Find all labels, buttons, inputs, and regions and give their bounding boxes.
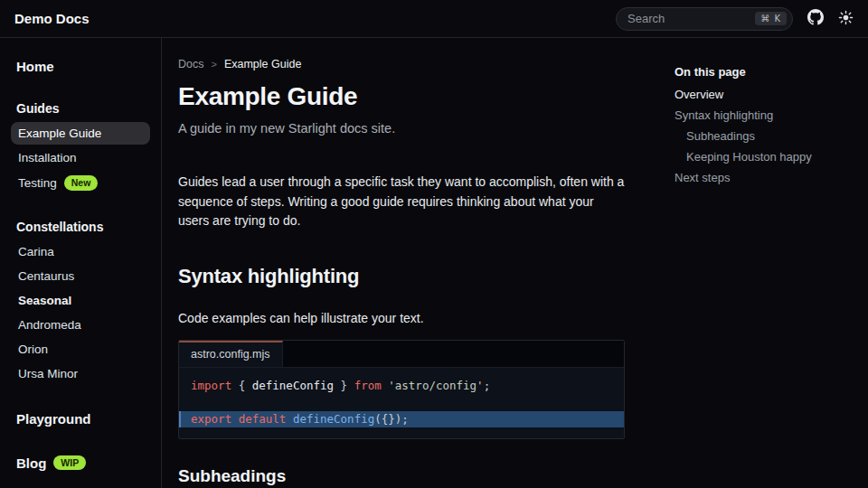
sidebar-item-centaurus[interactable]: Centaurus — [11, 265, 150, 287]
github-link[interactable] — [807, 9, 824, 28]
sidebar-group-constellations-items: Carina Centaurus Seasonal Andromeda Orio… — [11, 240, 150, 385]
toc-item-next-steps[interactable]: Next steps — [675, 171, 854, 184]
new-badge: New — [64, 175, 99, 191]
code-token: { — [231, 379, 252, 392]
sun-icon — [838, 10, 854, 28]
sidebar-item-label: Seasonal — [18, 294, 71, 307]
site-title[interactable]: Demo Docs — [14, 11, 90, 26]
github-icon — [807, 9, 824, 28]
sidebar-item-label: Andromeda — [18, 318, 81, 332]
header-actions: Search ⌘ K — [616, 7, 854, 31]
code-token: defineConfig — [252, 379, 334, 392]
breadcrumb: Docs > Example Guide — [178, 58, 625, 70]
chevron-right-icon: > — [211, 59, 216, 70]
sidebar-item-ursa-minor[interactable]: Ursa Minor — [11, 362, 150, 385]
sidebar-item-label: Centaurus — [18, 269, 74, 283]
code-body: import { defineConfig } from 'astro/conf… — [179, 368, 624, 439]
sidebar-item-playground[interactable]: Playground — [11, 408, 150, 429]
code-token: from — [354, 379, 382, 392]
sidebar-item-home[interactable]: Home — [11, 56, 150, 77]
toc-item-overview[interactable]: Overview — [675, 88, 854, 101]
toc-item-syntax-highlighting[interactable]: Syntax highlighting — [675, 108, 854, 122]
sidebar: Home Guides Example Guide Installation T… — [0, 38, 162, 488]
code-token — [231, 412, 239, 426]
sidebar-subgroup-seasonal: Seasonal — [11, 289, 150, 312]
code-token — [286, 412, 293, 426]
code-token: import — [191, 379, 231, 392]
toc-item-keeping-houston-happy[interactable]: Keeping Houston happy — [675, 150, 854, 164]
sidebar-group-constellations: Constellations — [11, 217, 150, 237]
page-lede: A guide in my new Starlight docs site. — [178, 121, 625, 136]
section-intro-paragraph: Code examples can help illustrate your t… — [178, 311, 625, 325]
sidebar-item-label: Testing — [18, 176, 57, 190]
sidebar-item-testing[interactable]: Testing New — [11, 171, 150, 195]
sidebar-item-installation[interactable]: Installation — [11, 146, 150, 169]
wip-badge: WIP — [53, 455, 86, 471]
code-line-empty — [179, 394, 624, 411]
sidebar-group-guides-items: Example Guide Installation Testing New — [11, 122, 150, 195]
sidebar-item-label: Orion — [18, 343, 48, 356]
sidebar-item-label: Example Guide — [18, 127, 101, 140]
code-tabbar: astro.config.mjs — [179, 341, 624, 368]
intro-paragraph: Guides lead a user through a specific ta… — [178, 173, 625, 231]
code-line-highlighted: export default defineConfig({}); — [179, 411, 624, 428]
code-token: ({}); — [374, 412, 409, 426]
sidebar-item-label: Blog — [16, 455, 46, 471]
site-header: Demo Docs Search ⌘ K — [0, 0, 868, 38]
breadcrumb-docs[interactable]: Docs — [178, 58, 203, 70]
search-placeholder: Search — [627, 12, 665, 25]
code-block: astro.config.mjs import { defineConfig }… — [178, 340, 625, 440]
sidebar-item-label: Carina — [18, 245, 54, 258]
toc-list: Overview Syntax highlighting Subheadings… — [675, 88, 854, 184]
page-title: Example Guide — [178, 82, 625, 111]
code-token: defineConfig — [293, 412, 374, 426]
code-token: ; — [484, 379, 491, 392]
sidebar-item-label: Ursa Minor — [18, 367, 78, 380]
search-input[interactable]: Search ⌘ K — [616, 7, 793, 31]
sidebar-item-label: Playground — [16, 411, 91, 427]
sidebar-item-blog[interactable]: Blog WIP — [11, 453, 150, 474]
heading-syntax-highlighting: Syntax highlighting — [178, 265, 625, 288]
code-token: 'astro/config' — [388, 379, 483, 392]
toc-title: On this page — [675, 65, 854, 79]
table-of-contents: On this page Overview Syntax highlightin… — [653, 38, 868, 488]
main-content: Docs > Example Guide Example Guide A gui… — [162, 38, 653, 488]
sidebar-group-guides: Guides — [11, 99, 150, 118]
search-shortcut-kbd: ⌘ K — [755, 12, 787, 25]
breadcrumb-current: Example Guide — [224, 58, 301, 70]
sidebar-item-label: Home — [16, 59, 54, 74]
code-token: export — [191, 412, 231, 426]
code-tab-filename[interactable]: astro.config.mjs — [179, 341, 283, 367]
code-token: default — [239, 412, 287, 426]
code-token: } — [334, 379, 354, 392]
sidebar-item-example-guide[interactable]: Example Guide — [11, 122, 150, 145]
code-line: import { defineConfig } from 'astro/conf… — [179, 378, 624, 395]
theme-toggle[interactable] — [838, 10, 854, 28]
heading-subheadings: Subheadings — [178, 466, 625, 486]
sidebar-item-orion[interactable]: Orion — [11, 338, 150, 361]
sidebar-item-label: Installation — [18, 151, 77, 164]
sidebar-item-andromeda[interactable]: Andromeda — [11, 314, 150, 336]
toc-item-subheadings[interactable]: Subheadings — [675, 129, 854, 143]
sidebar-item-carina[interactable]: Carina — [11, 240, 150, 263]
